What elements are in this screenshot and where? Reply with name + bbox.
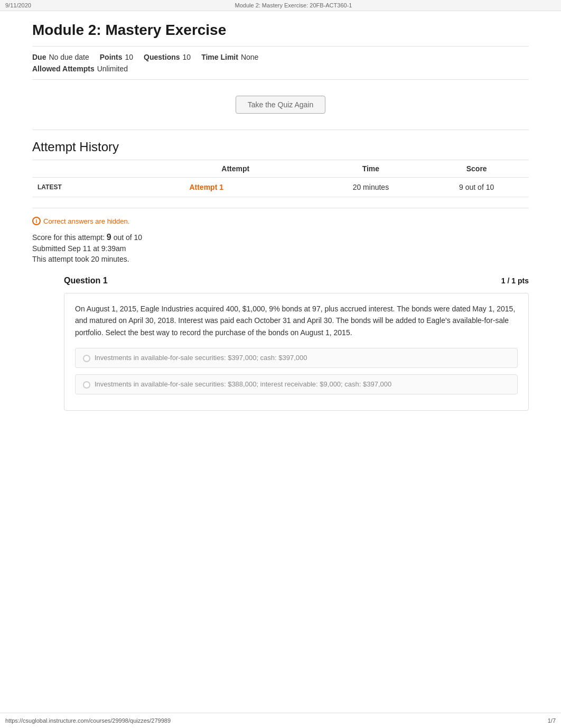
- th-attempt: Attempt: [96, 160, 317, 178]
- table-header-row: Attempt Time Score: [32, 160, 529, 178]
- row-tag: LATEST: [32, 178, 96, 197]
- quiz-again-section: Take the Quiz Again: [32, 80, 529, 130]
- meta-allowed-attempts: Allowed Attempts Unlimited: [32, 64, 128, 73]
- question-header: Question 1 1 / 1 pts: [64, 276, 529, 285]
- question-box: On August 1, 2015, Eagle Industries acqu…: [64, 293, 529, 411]
- answer-radio: [83, 381, 90, 389]
- questions-label: Questions: [144, 53, 180, 61]
- attempt-detail-section: i Correct answers are hidden. Score for …: [32, 208, 529, 263]
- score-text: Score for this attempt:: [32, 233, 105, 242]
- answer-text: Investments in available-for-sale securi…: [95, 354, 307, 362]
- attempt-history-table: Attempt Time Score LATEST Attempt 1 20 m…: [32, 160, 529, 197]
- meta-row-1: Due No due date Points 10 Questions 10 T…: [32, 53, 529, 61]
- take-quiz-again-button[interactable]: Take the Quiz Again: [236, 96, 326, 114]
- notice-text: Correct answers are hidden.: [43, 217, 129, 225]
- row-score: 9 out of 10: [424, 178, 529, 197]
- attempt-link[interactable]: Attempt 1: [189, 183, 223, 191]
- score-summary: Score for this attempt: 9 out of 10: [32, 233, 529, 242]
- question-pts: 1 / 1 pts: [501, 277, 529, 285]
- browser-bar: 9/11/2020 Module 2: Mastery Exercise: 20…: [0, 0, 561, 11]
- row-attempt[interactable]: Attempt 1: [96, 178, 317, 197]
- meta-time-limit: Time Limit None: [201, 53, 258, 61]
- row-time: 20 minutes: [317, 178, 424, 197]
- points-label: Points: [100, 53, 123, 61]
- answer-option[interactable]: Investments in available-for-sale securi…: [75, 348, 518, 368]
- answer-option[interactable]: Investments in available-for-sale securi…: [75, 374, 518, 394]
- browser-breadcrumb: Module 2: Mastery Exercise: 20FB-ACT360-…: [235, 2, 352, 8]
- meta-due: Due No due date: [32, 53, 89, 61]
- submitted-text: Submitted Sep 11 at 9:39am: [32, 244, 529, 253]
- duration-text: This attempt took 20 minutes.: [32, 255, 529, 263]
- answer-text: Investments in available-for-sale securi…: [95, 380, 391, 388]
- due-value: No due date: [49, 53, 89, 61]
- correct-answers-notice: i Correct answers are hidden.: [32, 217, 529, 225]
- page-content: Module 2: Mastery Exercise Due No due da…: [22, 11, 539, 437]
- page-title: Module 2: Mastery Exercise: [32, 16, 529, 47]
- question-text: On August 1, 2015, Eagle Industries acqu…: [75, 303, 518, 338]
- points-value: 10: [125, 53, 134, 61]
- time-limit-value: None: [241, 53, 258, 61]
- question-block: Question 1 1 / 1 pts On August 1, 2015, …: [64, 276, 529, 411]
- th-time: Time: [317, 160, 424, 178]
- time-limit-label: Time Limit: [201, 53, 238, 61]
- allowed-attempts-value: Unlimited: [97, 64, 128, 73]
- allowed-attempts-label: Allowed Attempts: [32, 64, 95, 73]
- attempt-history-title: Attempt History: [32, 140, 529, 154]
- question-title: Question 1: [64, 276, 108, 285]
- score-bold: 9: [107, 233, 111, 242]
- questions-container: Question 1 1 / 1 pts On August 1, 2015, …: [32, 276, 529, 411]
- th-score: Score: [424, 160, 529, 178]
- score-rest: out of 10: [114, 233, 143, 242]
- meta-points: Points 10: [100, 53, 133, 61]
- meta-questions: Questions 10: [144, 53, 191, 61]
- table-row: LATEST Attempt 1 20 minutes 9 out of 10: [32, 178, 529, 197]
- due-label: Due: [32, 53, 46, 61]
- meta-section: Due No due date Points 10 Questions 10 T…: [32, 47, 529, 80]
- questions-value: 10: [183, 53, 191, 61]
- meta-row-2: Allowed Attempts Unlimited: [32, 64, 529, 73]
- th-empty: [32, 160, 96, 178]
- info-icon: i: [32, 217, 41, 225]
- browser-date: 9/11/2020: [5, 2, 31, 8]
- answer-radio: [83, 355, 90, 362]
